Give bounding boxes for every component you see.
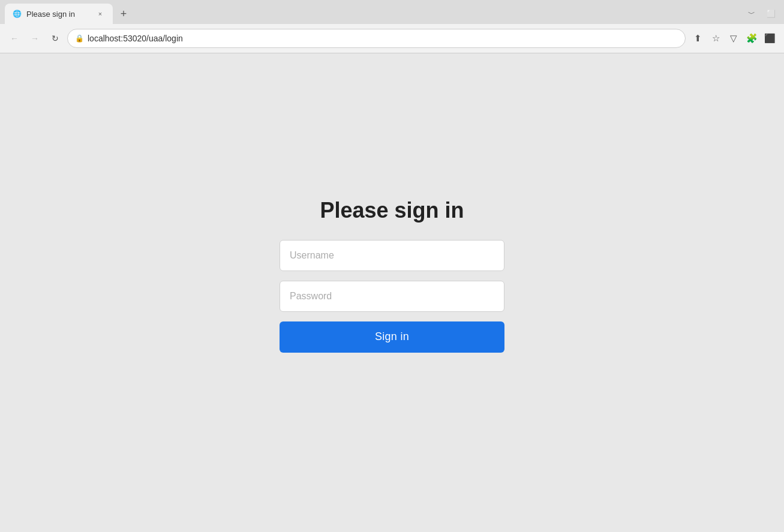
toolbar-icons: ⬆ ☆ ▽ 🧩 ⬛ xyxy=(689,30,778,47)
address-bar[interactable]: 🔒 localhost:53020/uaa/login xyxy=(67,29,686,48)
sidebar-icon[interactable]: ⬛ xyxy=(761,30,778,47)
tab-title: Please sign in xyxy=(26,10,90,19)
share-icon[interactable]: ⬆ xyxy=(689,30,706,47)
forward-button[interactable]: → xyxy=(26,30,43,47)
active-tab[interactable]: 🌐 Please sign in × xyxy=(5,4,113,24)
window-controls: ﹀ ⬜ xyxy=(743,5,779,22)
address-bar-row: ← → ↻ 🔒 localhost:53020/uaa/login ⬆ ☆ ▽ … xyxy=(0,24,784,53)
page-heading: Please sign in xyxy=(320,198,464,223)
minimize-button[interactable]: ﹀ xyxy=(743,5,760,22)
maximize-button[interactable]: ⬜ xyxy=(762,5,779,22)
tab-favicon-icon: 🌐 xyxy=(12,9,22,19)
bookmark-icon[interactable]: ☆ xyxy=(707,30,724,47)
back-button[interactable]: ← xyxy=(6,30,23,47)
new-tab-button[interactable]: + xyxy=(115,5,132,22)
password-input[interactable] xyxy=(280,281,504,312)
reload-button[interactable]: ↻ xyxy=(47,30,64,47)
dropdown-icon[interactable]: ▽ xyxy=(725,30,742,47)
sign-in-button[interactable]: Sign in xyxy=(280,321,504,353)
extensions-icon[interactable]: 🧩 xyxy=(743,30,760,47)
tab-close-button[interactable]: × xyxy=(95,8,106,19)
login-form-container: Please sign in Sign in xyxy=(278,198,506,353)
username-input[interactable] xyxy=(280,240,504,271)
page-content: Please sign in Sign in xyxy=(0,53,784,532)
browser-chrome: 🌐 Please sign in × + ﹀ ⬜ ← → ↻ 🔒 localho… xyxy=(0,0,784,53)
lock-icon: 🔒 xyxy=(75,34,84,43)
tab-bar: 🌐 Please sign in × + ﹀ ⬜ xyxy=(0,0,784,24)
address-url-text: localhost:53020/uaa/login xyxy=(88,34,183,43)
